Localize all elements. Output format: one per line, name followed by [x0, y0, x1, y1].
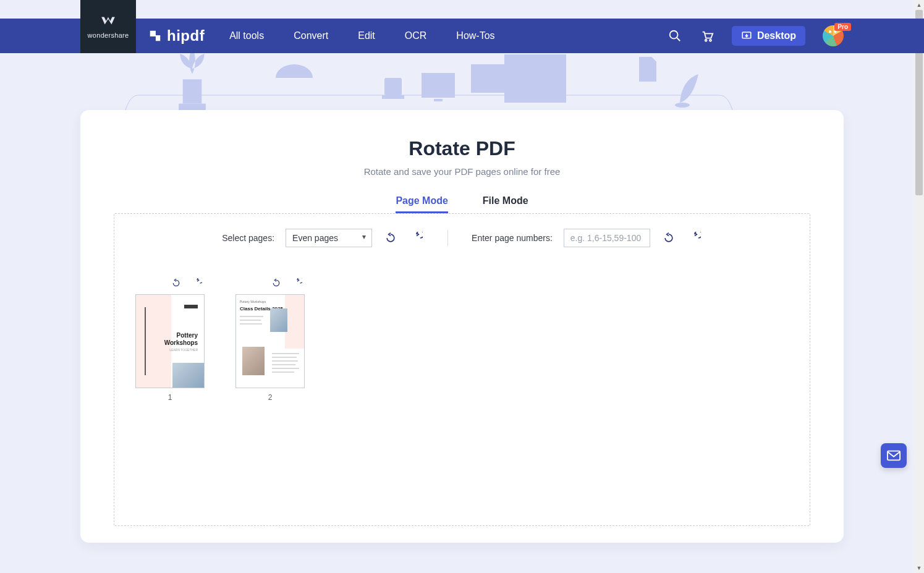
desktop-button[interactable]: Desktop: [732, 26, 805, 46]
page-title: Rotate PDF: [409, 137, 515, 160]
svg-rect-8: [422, 73, 455, 98]
svg-rect-12: [504, 54, 566, 103]
svg-rect-9: [434, 99, 443, 101]
thumb2-rotate-left-icon[interactable]: [269, 276, 284, 291]
thumb1-title-b: Workshops: [164, 339, 198, 346]
toolbar-divider: [447, 230, 448, 246]
scroll-down-icon[interactable]: ▼: [914, 563, 924, 573]
svg-point-0: [670, 31, 678, 39]
thumb1-title-a: Pottery: [177, 332, 198, 339]
thumb1-rotate-right-icon[interactable]: [190, 276, 205, 291]
select-pages-label: Select pages:: [222, 233, 274, 243]
page-range-label: Enter page numbers:: [472, 233, 553, 243]
tab-page-mode[interactable]: Page Mode: [396, 195, 447, 213]
page-subtitle: Rotate and save your PDF pages online fo…: [364, 166, 561, 177]
select-pages-select[interactable]: Even pages: [286, 229, 372, 247]
nav-menu: All tools Convert Edit OCR How-Tos: [229, 30, 494, 41]
svg-rect-6: [384, 78, 402, 95]
svg-point-11: [477, 70, 483, 76]
thumb2-preview[interactable]: Pottery Workshops Class Details 2025: [235, 294, 305, 388]
nav-item-howtos[interactable]: How-Tos: [456, 30, 494, 41]
thumb2-page-number: 2: [268, 393, 273, 402]
nav-item-edit[interactable]: Edit: [358, 30, 375, 41]
cup-icon: [379, 62, 407, 99]
thumb1-page-number: 1: [168, 393, 172, 402]
thumbnail-grid: Pottery Workshops LEARN TOGETHER 1 Potte…: [133, 276, 791, 402]
top-nav: hipdf All tools Convert Edit OCR How-Tos…: [0, 19, 924, 53]
wondershare-brand-box[interactable]: wondershare: [80, 0, 136, 53]
rotate-right-all-icon[interactable]: [409, 231, 424, 245]
nav-item-convert[interactable]: Convert: [294, 30, 328, 41]
svg-rect-15: [888, 451, 900, 461]
rotate-right-range-icon[interactable]: [687, 231, 702, 245]
search-icon[interactable]: [668, 28, 682, 43]
thumbnail-1: Pottery Workshops LEARN TOGETHER 1: [135, 276, 205, 402]
download-icon: [741, 30, 752, 41]
scrollbar[interactable]: ▲ ▼: [914, 0, 924, 573]
svg-point-14: [675, 103, 690, 108]
page-range-input[interactable]: [564, 229, 650, 247]
feedback-mail-button[interactable]: [881, 443, 907, 468]
lamp-icon: [272, 53, 316, 88]
mail-icon: [887, 450, 901, 461]
mode-tabs: Page Mode File Mode: [396, 195, 528, 213]
thumb1-rotate-left-icon[interactable]: [169, 276, 184, 291]
rotate-left-range-icon[interactable]: [661, 231, 676, 245]
cart-icon[interactable]: [700, 28, 714, 43]
dashboard-icon: [501, 53, 570, 109]
main-card: Rotate PDF Rotate and save your PDF page…: [80, 110, 844, 543]
hipdf-mark-icon: [148, 29, 162, 43]
document-icon: [637, 56, 659, 83]
wondershare-label: wondershare: [88, 32, 129, 39]
wondershare-icon: [100, 14, 116, 28]
nav-item-ocr[interactable]: OCR: [405, 30, 427, 41]
select-pages-dropdown[interactable]: Even pages: [286, 229, 372, 247]
desktop-button-label: Desktop: [757, 30, 796, 41]
work-area: Select pages: Even pages Enter page numb…: [114, 213, 810, 526]
toolbar: Select pages: Even pages Enter page numb…: [133, 229, 791, 247]
product-name: hipdf: [167, 27, 205, 45]
hipdf-logo[interactable]: hipdf: [148, 27, 205, 45]
rotate-left-all-icon[interactable]: [383, 231, 398, 245]
svg-rect-7: [382, 95, 404, 99]
svg-rect-4: [183, 79, 202, 103]
nav-item-all-tools[interactable]: All tools: [229, 30, 264, 41]
thumb2-rotate-right-icon[interactable]: [290, 276, 305, 291]
svg-point-2: [710, 40, 711, 41]
account-avatar[interactable]: Pro: [823, 25, 844, 46]
scroll-up-icon[interactable]: ▲: [914, 0, 924, 10]
thumbnail-2: Pottery Workshops Class Details 2025 2: [235, 276, 305, 402]
pro-badge: Pro: [834, 23, 851, 31]
screen-icon: [420, 72, 456, 103]
tab-file-mode[interactable]: File Mode: [483, 195, 528, 213]
quill-icon: [674, 59, 702, 109]
thumb2-h1: Pottery Workshops: [240, 300, 266, 303]
svg-point-1: [705, 40, 707, 41]
thumb1-subtitle: LEARN TOGETHER: [169, 348, 198, 352]
thumb1-preview[interactable]: Pottery Workshops LEARN TOGETHER: [135, 294, 205, 388]
